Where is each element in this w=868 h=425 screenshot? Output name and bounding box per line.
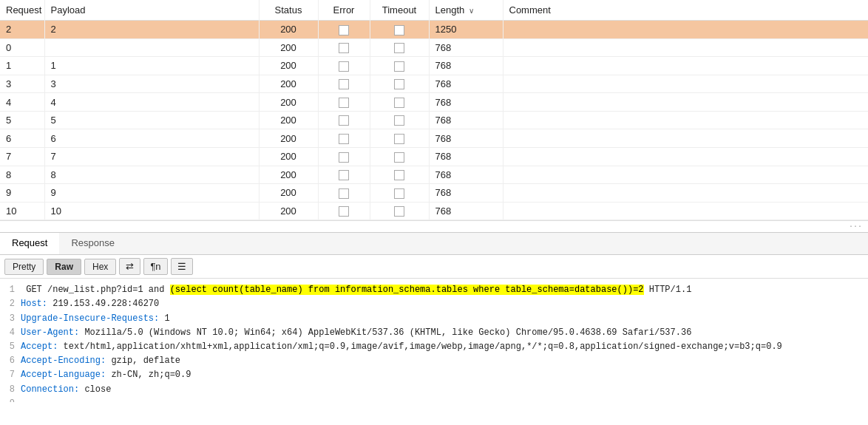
table-row[interactable]: 222001250: [0, 21, 868, 39]
timeout-checkbox: [394, 170, 404, 180]
cell-payload: 3: [44, 75, 259, 93]
error-checkbox: [339, 152, 349, 163]
col-header-length[interactable]: Length ∨: [429, 0, 503, 21]
cell-error: [318, 129, 370, 148]
table-row[interactable]: 99200768: [0, 184, 868, 203]
cell-error: [318, 38, 370, 57]
request-line: 3Upgrade-Insecure-Requests: 1: [6, 312, 862, 326]
cell-status: 200: [259, 129, 318, 148]
table-row[interactable]: 11200768: [0, 57, 868, 75]
table-row[interactable]: 33200768: [0, 75, 868, 93]
cell-comment: [503, 75, 868, 93]
cell-length: 768: [429, 166, 503, 184]
col-header-payload[interactable]: Payload: [44, 0, 259, 21]
ln-icon[interactable]: ¶n: [143, 258, 167, 275]
cell-length: 768: [429, 129, 503, 148]
header-key: Accept:: [21, 341, 58, 352]
cell-error: [318, 202, 370, 220]
cell-timeout: [370, 21, 429, 39]
cell-timeout: [370, 38, 429, 57]
raw-button[interactable]: Raw: [47, 259, 81, 275]
table-row[interactable]: 88200768: [0, 166, 868, 184]
error-checkbox: [339, 43, 349, 53]
cell-length: 768: [429, 184, 503, 203]
table-header-row: Request Payload Status Error Timeout Len…: [0, 0, 868, 21]
col-header-error[interactable]: Error: [318, 0, 370, 21]
cell-request: 6: [0, 129, 44, 148]
cell-length: 768: [429, 38, 503, 57]
error-checkbox: [339, 61, 349, 72]
table-row[interactable]: 66200768: [0, 129, 868, 148]
table-row[interactable]: 0200768: [0, 38, 868, 57]
pretty-button[interactable]: Pretty: [4, 259, 44, 275]
wordwrap-icon[interactable]: ⇄: [119, 258, 140, 275]
cell-comment: [503, 129, 868, 148]
request-line: 2Host: 219.153.49.228:46270: [6, 297, 862, 311]
cell-status: 200: [259, 57, 318, 75]
cell-comment: [503, 38, 868, 57]
table-row[interactable]: 44200768: [0, 93, 868, 112]
cell-payload: 6: [44, 129, 259, 148]
timeout-checkbox: [394, 115, 404, 126]
request-line: 9: [6, 397, 862, 403]
cell-comment: [503, 202, 868, 220]
cell-payload: 10: [44, 202, 259, 220]
cell-payload: 5: [44, 111, 259, 129]
cell-error: [318, 75, 370, 93]
line-number: 4: [6, 326, 15, 340]
menu-icon[interactable]: ☰: [171, 258, 193, 275]
cell-comment: [503, 184, 868, 203]
cell-request: 10: [0, 202, 44, 220]
cell-request: 3: [0, 75, 44, 93]
cell-timeout: [370, 93, 429, 112]
header-key: Host:: [21, 299, 47, 309]
cell-timeout: [370, 111, 429, 129]
tab-request[interactable]: Request: [0, 233, 59, 254]
cell-comment: [503, 147, 868, 166]
cell-error: [318, 111, 370, 129]
cell-error: [318, 21, 370, 39]
timeout-checkbox: [394, 98, 404, 108]
header-key: User-Agent:: [21, 327, 79, 338]
cell-payload: 7: [44, 147, 259, 166]
cell-error: [318, 57, 370, 75]
header-key: Upgrade-Insecure-Requests:: [21, 313, 159, 324]
col-header-request[interactable]: Request: [0, 0, 44, 21]
line-number: 5: [6, 340, 15, 354]
table-row[interactable]: 77200768: [0, 147, 868, 166]
timeout-checkbox: [394, 188, 404, 199]
col-header-timeout[interactable]: Timeout: [370, 0, 429, 21]
request-content-area: 1 GET /new_list.php?id=1 and (select cou…: [0, 279, 868, 402]
cell-comment: [503, 93, 868, 112]
cell-status: 200: [259, 202, 318, 220]
cell-status: 200: [259, 38, 318, 57]
cell-length: 768: [429, 111, 503, 129]
cell-status: 200: [259, 111, 318, 129]
hex-button[interactable]: Hex: [84, 259, 116, 275]
cell-length: 1250: [429, 21, 503, 39]
table-row[interactable]: 55200768: [0, 111, 868, 129]
header-key: Connection:: [21, 384, 79, 395]
timeout-checkbox: [394, 206, 404, 217]
cell-length: 768: [429, 57, 503, 75]
resize-handle[interactable]: ···: [0, 220, 868, 232]
col-header-comment[interactable]: Comment: [503, 0, 868, 21]
error-checkbox: [339, 25, 349, 35]
cell-status: 200: [259, 93, 318, 112]
cell-status: 200: [259, 75, 318, 93]
cell-length: 768: [429, 147, 503, 166]
tabs-bar: Request Response: [0, 233, 868, 255]
col-header-status[interactable]: Status: [259, 0, 318, 21]
line-number: 2: [6, 297, 15, 311]
cell-error: [318, 93, 370, 112]
cell-status: 200: [259, 166, 318, 184]
cell-error: [318, 166, 370, 184]
format-button-bar: Pretty Raw Hex ⇄ ¶n ☰: [0, 255, 868, 279]
request-line: 8Connection: close: [6, 383, 862, 397]
cell-request: 7: [0, 147, 44, 166]
table-row[interactable]: 1010200768: [0, 202, 868, 220]
tab-response[interactable]: Response: [59, 233, 126, 254]
error-checkbox: [339, 188, 349, 199]
error-checkbox: [339, 134, 349, 144]
timeout-checkbox: [394, 79, 404, 89]
